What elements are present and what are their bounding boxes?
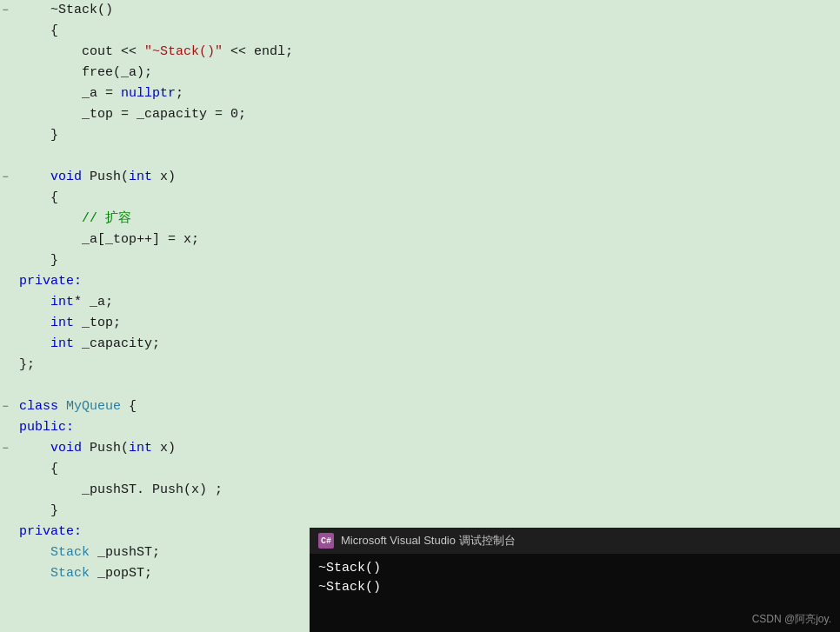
token: Push(	[82, 170, 129, 184]
token: ~Stack()	[50, 3, 113, 17]
code-text: }	[12, 501, 58, 522]
code-text: }	[12, 125, 58, 146]
code-line: _a[_top++] = x;	[0, 230, 840, 250]
code-line: _pushST. Push(x) ;	[0, 480, 840, 501]
code-line: − ~Stack()	[0, 0, 840, 21]
code-text: void Push(int x)	[12, 167, 176, 188]
code-text: int* _a;	[12, 292, 113, 313]
code-line: {	[0, 21, 840, 42]
code-lines-container: − ~Stack() { cout << "~Stack()" << endl;…	[0, 0, 840, 584]
token: x)	[152, 441, 176, 456]
token: int	[50, 316, 74, 330]
token: _top = _capacity = 0;	[82, 107, 246, 122]
token: class	[19, 399, 58, 414]
code-text: Stack _pushST;	[12, 542, 160, 563]
csdn-watermark: CSDN @阿亮joy.	[752, 612, 831, 627]
token: int	[129, 441, 152, 456]
token: <<	[113, 44, 144, 59]
code-text: _top = _capacity = 0;	[12, 104, 246, 125]
code-line: cout << "~Stack()" << endl;	[0, 42, 840, 63]
token: {	[50, 23, 58, 38]
token: private:	[19, 524, 82, 539]
code-line: }	[0, 125, 840, 146]
code-line: free(_a);	[0, 63, 840, 83]
token: _capacity;	[74, 336, 160, 351]
code-line: int* _a;	[0, 292, 840, 313]
code-line: public:	[0, 417, 840, 438]
console-window: C# Microsoft Visual Studio 调试控制台 ~Stack(…	[310, 528, 840, 632]
code-line: }	[0, 501, 840, 522]
gutter-icon[interactable]: −	[0, 167, 12, 188]
code-line: private:	[0, 271, 840, 292]
token: {	[50, 190, 58, 205]
code-line: }	[0, 250, 840, 271]
token	[58, 399, 66, 414]
code-text: }	[12, 250, 58, 271]
console-title: Microsoft Visual Studio 调试控制台	[341, 533, 516, 549]
token: void	[50, 441, 82, 456]
code-text: {	[12, 21, 58, 42]
code-text: class MyQueue {	[12, 396, 137, 417]
token: public:	[19, 420, 74, 435]
code-line: _a = nullptr;	[0, 83, 840, 104]
token: int	[50, 336, 74, 351]
code-text: _a = nullptr;	[12, 83, 183, 104]
token: int	[50, 295, 74, 309]
code-line: {	[0, 188, 840, 209]
code-line: // 扩容	[0, 209, 840, 230]
code-line: − void Push(int x)	[0, 167, 840, 188]
token: _pushST. Push(x) ;	[82, 482, 223, 497]
code-text: void Push(int x)	[12, 438, 176, 459]
code-text: {	[12, 459, 58, 480]
token: void	[50, 170, 82, 184]
code-text: public:	[12, 417, 74, 438]
token: int	[129, 170, 152, 184]
console-body: ~Stack() ~Stack()	[310, 554, 840, 602]
code-text: private:	[12, 522, 82, 542]
gutter-icon[interactable]: −	[0, 396, 12, 417]
gutter-icon[interactable]: −	[0, 0, 12, 21]
code-text: int _top;	[12, 313, 121, 334]
code-text: ~Stack()	[12, 0, 113, 21]
console-line-2: ~Stack()	[318, 578, 831, 597]
code-line: };	[0, 355, 840, 376]
token: }	[50, 128, 58, 143]
console-app-icon: C#	[318, 533, 334, 549]
token: _top;	[74, 316, 121, 330]
code-text: _a[_top++] = x;	[12, 230, 199, 250]
code-text: cout << "~Stack()" << endl;	[12, 42, 293, 63]
token: "~Stack()"	[144, 44, 223, 59]
code-text: private:	[12, 271, 82, 292]
code-line: {	[0, 459, 840, 480]
code-line: − void Push(int x)	[0, 438, 840, 459]
gutter-icon[interactable]: −	[0, 438, 12, 459]
token: {	[50, 462, 58, 476]
token: Stack	[50, 566, 90, 581]
token: x)	[152, 170, 176, 184]
token: free(_a);	[82, 65, 152, 80]
code-text: _pushST. Push(x) ;	[12, 480, 223, 501]
token: cout	[82, 44, 113, 59]
code-text: free(_a);	[12, 63, 152, 83]
token: Stack	[50, 545, 90, 560]
token: _a[_top++] = x;	[82, 232, 199, 247]
token: _pushST;	[90, 545, 160, 560]
code-text: int _capacity;	[12, 334, 160, 355]
token: {	[121, 399, 137, 414]
token: private:	[19, 274, 82, 289]
code-line: −class MyQueue {	[0, 396, 840, 417]
token: * _a;	[74, 295, 113, 309]
code-text: Stack _popST;	[12, 563, 152, 584]
code-text: };	[12, 355, 35, 376]
token: << endl;	[223, 44, 293, 59]
token: }	[50, 253, 58, 268]
token: };	[19, 357, 35, 372]
code-line	[0, 376, 840, 396]
code-line: _top = _capacity = 0;	[0, 104, 840, 125]
code-line: int _capacity;	[0, 334, 840, 355]
code-text: {	[12, 188, 58, 209]
console-line-1: ~Stack()	[318, 559, 831, 578]
token: }	[50, 503, 58, 518]
token: ;	[176, 86, 183, 101]
token: Push(	[82, 441, 129, 456]
